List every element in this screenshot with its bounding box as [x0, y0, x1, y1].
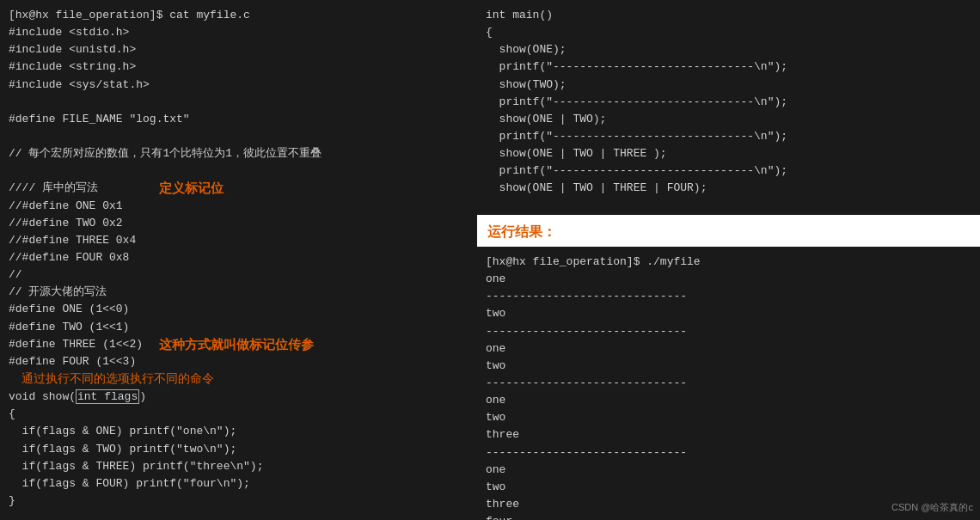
code-line: two	[486, 358, 971, 375]
code-line: //	[9, 266, 469, 284]
code-line: if(flags & THREE) printf("three\n");	[9, 458, 469, 475]
code-line: ------------------------------	[486, 288, 971, 305]
code-line: #include <sys/stat.h>	[9, 76, 469, 94]
right-bottom-terminal: [hx@hx file_operation]$ ./myfile one ---…	[477, 247, 980, 520]
code-line: [hx@hx file_operation]$ ./myfile	[486, 254, 971, 271]
code-line: [hx@hx file_operation]$ cat myfile.c	[9, 7, 469, 24]
left-code-panel: [hx@hx file_operation]$ cat myfile.c #in…	[0, 0, 477, 520]
watermark: CSDN @哈茶真的c	[891, 500, 973, 515]
code-line: one	[486, 340, 971, 358]
code-line: one	[486, 271, 971, 288]
code-line: //// 库中的写法	[9, 180, 469, 197]
right-top-code: int main() { show(ONE); printf("--------…	[477, 0, 980, 215]
code-line: // 开源大佬的写法	[9, 284, 469, 301]
code-line: #include <stdio.h>	[9, 24, 469, 41]
code-line: //#define THREE 0x4	[9, 232, 469, 249]
code-line: three	[486, 426, 971, 444]
code-line: ------------------------------	[486, 444, 971, 462]
code-line: ------------------------------	[486, 375, 971, 392]
code-line: one	[486, 462, 971, 479]
run-result-text: 运行结果：	[487, 224, 556, 239]
code-line: printf("------------------------------\n…	[486, 58, 971, 76]
code-line: #define ONE (1<<0)	[9, 301, 469, 318]
code-line: 通过执行不同的选项执行不同的命令	[9, 370, 469, 388]
code-line: //#define TWO 0x2	[9, 215, 469, 232]
code-line: if(flags & ONE) printf("one\n");	[9, 423, 469, 440]
code-line: int main()	[486, 7, 971, 24]
code-line: #define FOUR (1<<3)	[9, 353, 469, 370]
code-line	[9, 94, 469, 111]
code-line: #include <unistd.h>	[9, 41, 469, 58]
code-line: #include <string.h>	[9, 58, 469, 76]
code-line: // 每个宏所对应的数值，只有1个比特位为1，彼此位置不重叠	[9, 145, 469, 162]
code-line: }	[9, 492, 469, 510]
run-result-label: 运行结果：	[477, 215, 980, 247]
code-line: show(ONE | TWO | THREE | FOUR);	[486, 180, 971, 197]
code-line: show(ONE | TWO | THREE );	[486, 145, 971, 162]
right-panel: int main() { show(ONE); printf("--------…	[477, 0, 980, 520]
annotation-bitflag-param: 这种方式就叫做标记位传参	[159, 334, 314, 354]
code-line: one	[486, 392, 971, 409]
code-line: //#define ONE 0x1	[9, 198, 469, 215]
code-line: two	[486, 305, 971, 322]
code-line	[9, 128, 469, 145]
code-line: {	[9, 406, 469, 423]
annotation-define-marker: 定义标记位	[159, 178, 224, 198]
code-line: #define FILE_NAME "log.txt"	[9, 111, 469, 128]
code-line: printf("------------------------------\n…	[486, 128, 971, 145]
code-line: if(flags & TWO) printf("two\n");	[9, 441, 469, 458]
code-line: {	[486, 24, 971, 41]
code-line: printf("------------------------------\n…	[486, 94, 971, 111]
code-line: printf("------------------------------\n…	[486, 162, 971, 180]
code-line: two	[486, 479, 971, 496]
params-highlight: int flags	[76, 389, 139, 404]
code-line: two	[486, 409, 971, 426]
code-line: ------------------------------	[486, 323, 971, 340]
code-line: //#define FOUR 0x8	[9, 249, 469, 266]
code-line	[9, 162, 469, 180]
code-line: #define TWO (1<<1)	[9, 319, 469, 336]
show-function-line: void show(int flags)	[9, 388, 469, 406]
code-line: show(ONE);	[486, 41, 971, 58]
code-line: show(TWO);	[486, 76, 971, 94]
code-line: if(flags & FOUR) printf("four\n");	[9, 475, 469, 492]
code-line: show(ONE | TWO);	[486, 111, 971, 128]
